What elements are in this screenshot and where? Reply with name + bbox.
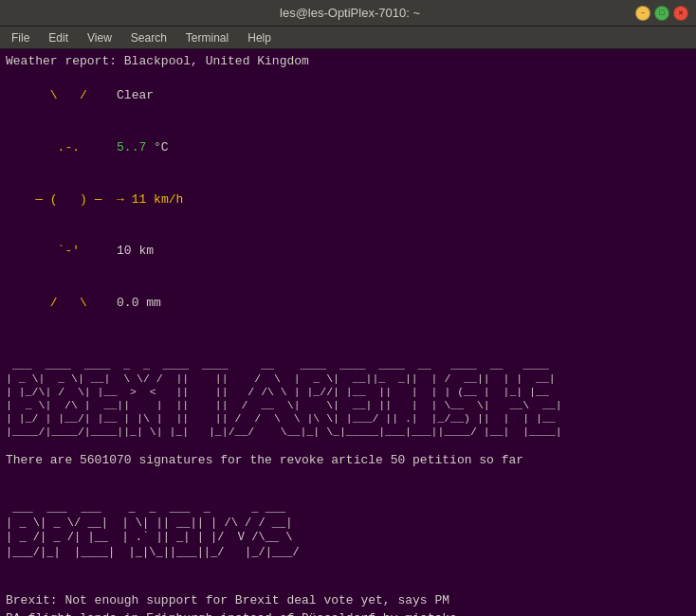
sun-bottom: `-' bbox=[35, 244, 101, 258]
spacer1 bbox=[6, 329, 690, 346]
brexit-signature-text: There are 5601070 signatures for the rev… bbox=[6, 452, 690, 469]
menu-file[interactable]: File bbox=[4, 29, 37, 46]
weather-line-1: \ / Clear bbox=[6, 70, 690, 122]
window-title: les@les-OptiPlex-7010: ~ bbox=[64, 6, 635, 20]
spacer3 bbox=[6, 575, 690, 592]
weather-header: Weather report: Blackpool, United Kingdo… bbox=[6, 53, 690, 70]
weather-line-3: ‒ ( ) ‒ → 11 km/h bbox=[6, 173, 690, 226]
spacer2 bbox=[6, 470, 690, 487]
terminal-content[interactable]: Weather report: Blackpool, United Kingdo… bbox=[0, 49, 696, 616]
news-list: Brexit: Not enough support for Brexit de… bbox=[6, 592, 690, 616]
weather-line-2: .-. 5..7 °C bbox=[6, 122, 690, 174]
sun-rays: / \ bbox=[35, 296, 101, 310]
brexit-ascii-art: ___ ____ ____ _ _ ____ ____ __ ____ ____… bbox=[6, 346, 690, 452]
menubar: File Edit View Search Terminal Help bbox=[0, 27, 696, 49]
sun-circle: ‒ ( ) ‒ bbox=[35, 192, 101, 207]
close-button[interactable]: ✕ bbox=[673, 6, 688, 21]
menu-terminal[interactable]: Terminal bbox=[178, 29, 236, 46]
menu-search[interactable]: Search bbox=[123, 29, 174, 46]
minimize-button[interactable]: – bbox=[635, 6, 650, 21]
sun-dot: .-. bbox=[35, 140, 101, 154]
sun-icon: \ / bbox=[35, 88, 101, 102]
bbc-ascii-art: ___ ___ ___ _ _ ___ _ _ ___ | _ \| _ \/ … bbox=[6, 487, 690, 576]
news-item-1: Brexit: Not enough support for Brexit de… bbox=[6, 592, 690, 609]
weather-line-4: `-' 10 km bbox=[6, 226, 690, 278]
menu-view[interactable]: View bbox=[80, 29, 119, 46]
menu-edit[interactable]: Edit bbox=[41, 29, 76, 46]
news-item-2: BA flight lands in Edinburgh instead of … bbox=[6, 610, 690, 616]
maximize-button[interactable]: □ bbox=[654, 6, 669, 21]
window-controls: – □ ✕ bbox=[635, 6, 688, 21]
titlebar: les@les-OptiPlex-7010: ~ – □ ✕ bbox=[0, 0, 696, 27]
menu-help[interactable]: Help bbox=[240, 29, 279, 46]
weather-line-5: / \ 0.0 mm bbox=[6, 277, 690, 329]
